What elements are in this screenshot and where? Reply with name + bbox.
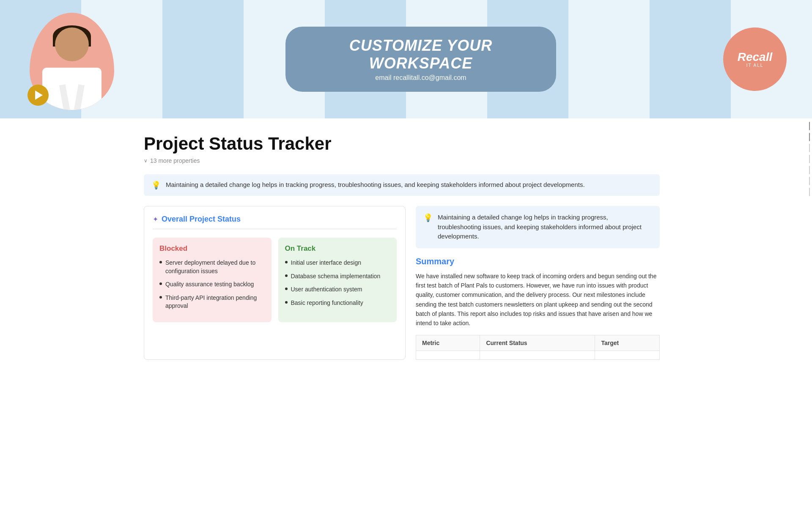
person-strap-right bbox=[74, 84, 85, 110]
top-callout: 💡 Maintaining a detailed change log help… bbox=[144, 174, 660, 196]
bullet-icon bbox=[285, 274, 288, 277]
bullet-icon bbox=[159, 261, 162, 263]
right-panel: 💡 Maintaining a detailed change log help… bbox=[416, 206, 660, 360]
properties-toggle[interactable]: ∨ 13 more properties bbox=[144, 157, 660, 164]
ontrack-item-3-text: User authentication system bbox=[291, 285, 362, 294]
summary-title: Summary bbox=[416, 257, 660, 266]
banner-center: CUSTOMIZE YOUR WORKSPACE email recallita… bbox=[118, 27, 723, 92]
metric-col-header: Metric bbox=[416, 335, 480, 351]
summary-text: We have installed new software to keep t… bbox=[416, 271, 660, 328]
two-column-layout: ✦ Overall Project Status Blocked Server … bbox=[144, 206, 660, 360]
lightbulb-icon: 💡 bbox=[151, 181, 161, 190]
blocked-item-1-text: Server deployment delayed due to configu… bbox=[165, 259, 265, 275]
blocked-column: Blocked Server deployment delayed due to… bbox=[153, 238, 272, 322]
blocked-item-2-text: Quality assurance testing backlog bbox=[165, 280, 254, 289]
chevron-down-icon: ∨ bbox=[144, 158, 148, 164]
scrollbar-line-6 bbox=[809, 177, 810, 185]
top-callout-text: Maintaining a detailed change log helps … bbox=[166, 180, 585, 190]
panel-header: ✦ Overall Project Status bbox=[153, 215, 397, 229]
scrollbar-line-3 bbox=[809, 144, 810, 152]
page-title: Project Status Tracker bbox=[144, 134, 660, 154]
banner-main-title: CUSTOMIZE YOUR WORKSPACE bbox=[307, 37, 535, 72]
lightbulb-icon-right: 💡 bbox=[423, 213, 433, 222]
metric-cell bbox=[416, 351, 480, 359]
blocked-item-3-text: Third-party API integration pending appr… bbox=[165, 294, 265, 310]
ontrack-column: On Track Initial user interface design D… bbox=[278, 238, 397, 322]
bullet-icon bbox=[159, 296, 162, 299]
banner-content: CUSTOMIZE YOUR WORKSPACE email recallita… bbox=[0, 8, 812, 110]
banner-logo-text: Recall bbox=[738, 51, 773, 63]
bullet-icon bbox=[285, 288, 288, 290]
banner: CUSTOMIZE YOUR WORKSPACE email recallita… bbox=[0, 0, 812, 118]
ontrack-item-2: Database schema implementation bbox=[285, 272, 390, 281]
current-status-col-header: Current Status bbox=[480, 335, 595, 351]
right-callout: 💡 Maintaining a detailed change log help… bbox=[416, 206, 660, 248]
ontrack-item-4: Basic reporting functionality bbox=[285, 299, 390, 307]
right-callout-text: Maintaining a detailed change log helps … bbox=[438, 213, 652, 241]
blocked-item-2: Quality assurance testing backlog bbox=[159, 280, 265, 289]
blocked-title: Blocked bbox=[159, 244, 265, 253]
ontrack-title: On Track bbox=[285, 244, 390, 253]
content-area: Project Status Tracker ∨ 13 more propert… bbox=[144, 118, 668, 368]
banner-logo: Recall IT ALL bbox=[723, 27, 787, 91]
ontrack-item-1-text: Initial user interface design bbox=[291, 259, 362, 267]
scrollbar-line-4 bbox=[809, 155, 810, 163]
person-strap-left bbox=[59, 84, 70, 110]
ontrack-item-1: Initial user interface design bbox=[285, 259, 390, 267]
blocked-item-1: Server deployment delayed due to configu… bbox=[159, 259, 265, 275]
scrollbar-line-7 bbox=[809, 188, 810, 196]
ontrack-item-4-text: Basic reporting functionality bbox=[291, 299, 363, 307]
blocked-item-3: Third-party API integration pending appr… bbox=[159, 294, 265, 310]
play-button[interactable] bbox=[27, 85, 49, 106]
banner-title-box: CUSTOMIZE YOUR WORKSPACE email recallita… bbox=[285, 27, 556, 92]
scrollbar-track[interactable] bbox=[807, 118, 812, 288]
current-status-cell bbox=[480, 351, 595, 359]
bullet-icon bbox=[159, 282, 162, 285]
banner-email: email recallitall.co@gmail.com bbox=[307, 74, 535, 82]
ontrack-item-3: User authentication system bbox=[285, 285, 390, 294]
scrollbar-line-2 bbox=[809, 133, 810, 141]
banner-logo-subtext: IT ALL bbox=[746, 63, 764, 68]
scrollbar-line-5 bbox=[809, 166, 810, 174]
target-cell bbox=[595, 351, 660, 359]
summary-section: Summary We have installed new software t… bbox=[416, 257, 660, 360]
table-row bbox=[416, 351, 660, 359]
panel-title: Overall Project Status bbox=[162, 215, 241, 224]
sparkle-icon: ✦ bbox=[153, 215, 158, 223]
status-columns: Blocked Server deployment delayed due to… bbox=[153, 238, 397, 322]
bullet-icon bbox=[285, 301, 288, 304]
banner-avatar-wrap bbox=[25, 8, 118, 110]
project-status-panel: ✦ Overall Project Status Blocked Server … bbox=[144, 206, 406, 360]
metrics-table: Metric Current Status Target bbox=[416, 335, 660, 360]
person-head bbox=[55, 27, 89, 61]
scrollbar-line-1 bbox=[809, 122, 810, 130]
target-col-header: Target bbox=[595, 335, 660, 351]
bullet-icon bbox=[285, 261, 288, 263]
ontrack-item-2-text: Database schema implementation bbox=[291, 272, 381, 281]
main-container: Project Status Tracker ∨ 13 more propert… bbox=[118, 118, 694, 368]
properties-toggle-label: 13 more properties bbox=[150, 157, 200, 164]
person-body bbox=[42, 68, 102, 110]
